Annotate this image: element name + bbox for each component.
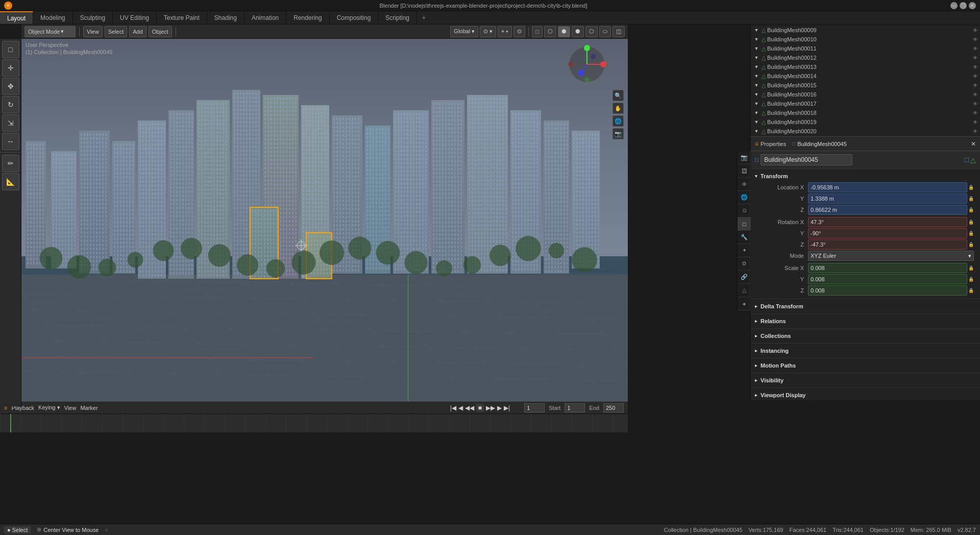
visibility-toggle-10[interactable]: 👁	[973, 37, 978, 42]
outliner-item-building-17[interactable]: ▼ △ BuildingMesh00017 👁	[751, 99, 980, 108]
proportional-edit-btn[interactable]: ⊙	[513, 26, 525, 37]
select-box-tool[interactable]: □	[2, 41, 19, 58]
add-workspace-button[interactable]: +	[417, 13, 431, 23]
tab-sculpting[interactable]: Sculpting	[73, 11, 113, 24]
viewport-gizmo[interactable]: X Y Z	[567, 44, 607, 85]
tab-uv-editing[interactable]: UV Editing	[113, 11, 157, 24]
tab-scripting[interactable]: Scripting	[378, 11, 417, 24]
jump-to-end-btn[interactable]: ▶|	[504, 404, 510, 411]
object-mode-dropdown[interactable]: Object Mode ▾	[24, 26, 76, 37]
jump-to-start-btn[interactable]: |◀	[450, 404, 456, 411]
prop-tab-particles[interactable]: ✦	[738, 244, 751, 257]
scale-y-lock[interactable]: 🔒	[968, 277, 974, 282]
view-menu[interactable]: View	[83, 26, 103, 37]
viewport[interactable]: User Perspective (1) Collection | Buildi…	[0, 39, 628, 401]
play-btn[interactable]: ▶▶	[486, 404, 495, 411]
rotation-mode-value[interactable]: XYZ Euler ▾	[808, 251, 974, 261]
rotation-x-value[interactable]: 47.3°	[808, 217, 967, 227]
location-x-value[interactable]: -0.95638 m	[808, 182, 967, 192]
outliner-item-building-13[interactable]: ▼ △ BuildingMesh00013 👁	[751, 62, 980, 71]
viewport-pan[interactable]: ✋	[612, 103, 624, 114]
tab-compositing[interactable]: Compositing	[330, 11, 379, 24]
visibility-toggle-20[interactable]: 👁	[973, 129, 978, 134]
start-frame-input[interactable]	[565, 403, 585, 412]
tab-layout[interactable]: Layout	[0, 11, 33, 24]
rotation-y-lock[interactable]: 🔒	[968, 231, 974, 236]
relations-header[interactable]: ▸ Relations	[751, 316, 980, 326]
play-reverse-btn[interactable]: ◀◀	[465, 404, 474, 411]
rotate-tool[interactable]: ↻	[2, 96, 19, 113]
visibility-toggle-09[interactable]: 👁	[973, 28, 978, 33]
window-controls[interactable]: — ❐ ✕	[950, 2, 976, 9]
collections-header[interactable]: ▸ Collections	[751, 331, 980, 341]
step-back-btn[interactable]: ◀	[458, 404, 463, 411]
restore-button[interactable]: ❐	[960, 2, 967, 9]
properties-menu-icon[interactable]: ≡	[755, 140, 758, 148]
current-frame-input[interactable]	[524, 403, 545, 412]
visibility-toggle-16[interactable]: 👁	[973, 92, 978, 98]
pivot-dropdown[interactable]: ⊙ ▾	[480, 26, 496, 37]
rotation-y-value[interactable]: -90°	[808, 228, 967, 238]
tab-animation[interactable]: Animation	[244, 11, 286, 24]
stop-btn[interactable]: ■	[476, 404, 484, 412]
tab-shading[interactable]: Shading	[207, 11, 244, 24]
transform-tool[interactable]: ↔	[2, 133, 19, 150]
rotation-z-lock[interactable]: 🔒	[968, 242, 974, 247]
visibility-toggle-15[interactable]: 👁	[973, 83, 978, 88]
instancing-header[interactable]: ▸ Instancing	[751, 346, 980, 356]
select-menu[interactable]: Select	[105, 26, 128, 37]
delta-transform-header[interactable]: ▸ Delta Transform	[751, 301, 980, 311]
viewport-display-header[interactable]: ▸ Viewport Display	[751, 390, 980, 400]
tab-modeling[interactable]: Modeling	[33, 11, 73, 24]
location-y-value[interactable]: 1.3388 m	[808, 193, 967, 204]
view-label[interactable]: View	[64, 405, 77, 411]
outliner-item-building-18[interactable]: ▼ △ BuildingMesh00018 👁	[751, 108, 980, 117]
timeline-body[interactable]	[0, 414, 628, 432]
viewport-zoom-out[interactable]: 🌐	[612, 115, 624, 127]
visibility-toggle-12[interactable]: 👁	[973, 55, 978, 61]
scale-x-value[interactable]: 0.008	[808, 263, 967, 273]
location-x-lock[interactable]: 🔒	[968, 185, 974, 190]
prop-tab-modifier[interactable]: 🔧	[738, 231, 751, 244]
viewport-shading-wire[interactable]: ⬡	[544, 26, 556, 37]
location-y-lock[interactable]: 🔒	[968, 196, 974, 201]
render-preview-btn[interactable]: □	[532, 26, 543, 37]
visibility-toggle-18[interactable]: 👁	[973, 110, 978, 116]
scale-y-value[interactable]: 0.008	[808, 274, 967, 284]
cursor-tool[interactable]: ✛	[2, 59, 19, 77]
prop-tab-world[interactable]: ⊙	[738, 204, 751, 217]
outliner-item-building-10[interactable]: ▼ △ BuildingMesh00010 👁	[751, 35, 980, 44]
visibility-toggle-11[interactable]: 👁	[973, 46, 978, 52]
tab-rendering[interactable]: Rendering	[286, 11, 329, 24]
outliner-item-building-11[interactable]: ▼ △ BuildingMesh00011 👁	[751, 44, 980, 53]
tab-texture-paint[interactable]: Texture Paint	[157, 11, 207, 24]
outliner-item-building-20[interactable]: ▼ △ BuildingMesh00020 👁	[751, 127, 980, 136]
prop-tab-constraints[interactable]: 🔗	[738, 271, 751, 284]
visibility-toggle-14[interactable]: 👁	[973, 74, 978, 79]
prop-tab-output[interactable]: 🖼	[738, 164, 751, 178]
properties-close[interactable]: ✕	[971, 140, 976, 148]
annotate-tool[interactable]: ✏	[2, 155, 19, 172]
active-object-name-input[interactable]	[761, 154, 852, 165]
visibility-toggle-17[interactable]: 👁	[973, 101, 978, 107]
visibility-toggle-19[interactable]: 👁	[973, 119, 978, 125]
outliner-item-building-12[interactable]: ▼ △ BuildingMesh00012 👁	[751, 53, 980, 62]
prop-tab-render[interactable]: 📷	[738, 151, 751, 164]
marker-label[interactable]: Marker	[80, 405, 97, 411]
outliner-item-building-19[interactable]: ▼ △ BuildingMesh00019 👁	[751, 117, 980, 127]
object-icon-btn[interactable]: □	[965, 156, 969, 164]
close-button[interactable]: ✕	[969, 2, 976, 9]
global-dropdown[interactable]: Global ▾	[450, 26, 478, 37]
mesh-data-btn[interactable]: △	[970, 156, 976, 164]
end-frame-input[interactable]	[603, 403, 624, 412]
viewport-camera[interactable]: 📷	[612, 128, 624, 139]
scale-x-lock[interactable]: 🔒	[968, 265, 974, 271]
rotation-x-lock[interactable]: 🔒	[968, 220, 974, 225]
viewport-shading-material[interactable]: ⬢	[572, 26, 584, 37]
prop-tab-data[interactable]: △	[738, 284, 751, 297]
object-menu[interactable]: Object	[149, 26, 172, 37]
prop-tab-object[interactable]: □	[738, 217, 751, 231]
scale-z-value[interactable]: 0.008	[808, 285, 967, 296]
transform-header[interactable]: ▾ Transform	[751, 171, 980, 181]
prop-tab-material[interactable]: ●	[738, 297, 751, 310]
